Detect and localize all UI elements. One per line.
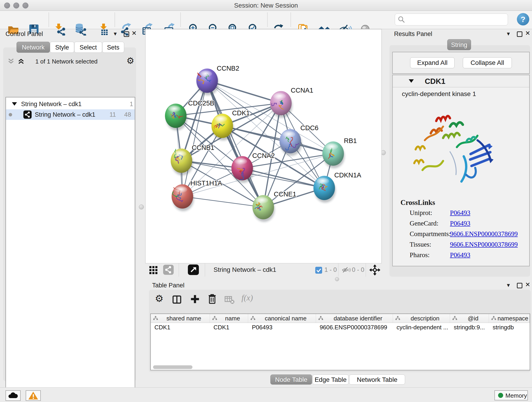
cloud-button[interactable] (6, 390, 21, 401)
collapse-all-icon[interactable] (7, 57, 15, 65)
section-expander-icon[interactable] (409, 79, 414, 83)
footer-separator (366, 263, 366, 277)
column-type-icon (395, 316, 400, 321)
network-node-CCNB2 (196, 69, 218, 93)
birdseye-grid-icon[interactable] (149, 266, 159, 275)
string-network-icon (23, 110, 32, 119)
collection-label: String Network – cdk1 (21, 99, 82, 109)
memory-status-dot (498, 393, 503, 398)
delete-table-icon (225, 296, 234, 304)
column-header[interactable]: description (393, 314, 450, 323)
tab-network-table[interactable]: Network Table (349, 375, 405, 385)
tab-edge-table[interactable]: Edge Table (312, 375, 349, 385)
cloud-icon (6, 391, 20, 400)
network-node-CCNA2 (231, 156, 253, 180)
gene-description: cyclin-dependent kinase 1 (402, 90, 476, 98)
results-scroll-area: CDK1 cyclin-dependent kinase 1 (392, 75, 530, 266)
network-selected-status: 1 of 1 Network selected (27, 58, 105, 65)
search-icon (397, 15, 405, 24)
column-header[interactable]: name (210, 314, 248, 323)
gene-name: CDK1 (425, 77, 445, 86)
memory-button[interactable]: Memory (494, 390, 528, 400)
panel-menu-chevron-icon[interactable]: ▼ (113, 31, 118, 37)
results-panel: Results Panel ▼ ✕ String Expand All Coll… (385, 29, 532, 280)
gene-section-header[interactable]: CDK1 (393, 75, 529, 87)
tab-select[interactable]: Select (74, 42, 102, 53)
column-header[interactable]: canonical name (248, 314, 316, 323)
panel-close-icon[interactable]: ✕ (132, 30, 137, 37)
left-splitter-handle[interactable] (139, 204, 144, 210)
tab-style[interactable]: Style (50, 42, 74, 53)
table-panel: Table Panel ▼ ✕ ⚙ f(x) shared namenameca… (148, 280, 532, 387)
fit-selected-crosshair-icon[interactable] (369, 264, 381, 276)
panel-float-icon[interactable] (517, 283, 522, 288)
crosslink-row: Compartments:9606.ENSP00000378699 (393, 230, 529, 241)
crosslink-link[interactable]: P06493 (450, 251, 470, 259)
toolbar-separator (114, 13, 115, 27)
crosslink-link[interactable]: 9606.ENSP00000378699 (450, 241, 518, 248)
string-style-button[interactable] (163, 265, 174, 275)
network-row-selected[interactable]: String Network – cdk1 11 48 (6, 109, 135, 120)
table-options-gear-icon[interactable]: ⚙ (155, 293, 164, 304)
svg-text:RB1: RB1 (344, 137, 357, 144)
network-node-HIST1H1A (172, 184, 193, 209)
column-header[interactable]: namespace (489, 314, 530, 323)
node-table[interactable]: shared namenamecanonical namedatabase id… (150, 313, 530, 370)
table-cell: stringdb:9... (450, 323, 489, 332)
tree-expander-icon[interactable] (12, 102, 17, 106)
network-label: String Network – cdk1 (35, 109, 95, 120)
tab-sets[interactable]: Sets (102, 42, 124, 53)
network-view-toolbar: String Network – cdk1 1 - 0 0 - 0 (145, 263, 382, 277)
horizontal-scrollbar[interactable] (153, 365, 192, 369)
panel-close-icon[interactable]: ✕ (525, 281, 530, 288)
crosslink-label: Uniprot: (410, 209, 432, 217)
add-column-icon[interactable] (190, 294, 200, 304)
status-bar: Memory (0, 387, 532, 402)
crosslink-link[interactable]: P06493 (450, 220, 470, 227)
network-node-RB1 (322, 141, 344, 166)
network-graph[interactable]: CCNB2CCNA1CDC25BCDK1CDC6RB1CCNB1CCNA2CDK… (146, 29, 381, 263)
footer-separator (205, 263, 205, 277)
svg-text:CDKN1A: CDKN1A (334, 172, 361, 179)
network-collection-row[interactable]: String Network – cdk1 1 (6, 99, 135, 109)
tab-node-table[interactable]: Node Table (270, 375, 312, 385)
panel-float-icon[interactable] (517, 32, 522, 37)
column-header[interactable]: @id (450, 314, 489, 323)
table-cell: stringdb (489, 323, 530, 332)
panel-menu-chevron-icon[interactable]: ▼ (506, 31, 511, 37)
svg-text:CCNB1: CCNB1 (192, 144, 214, 151)
table-cell: 9606.ENSP00000378699 (316, 323, 393, 332)
delete-column-trash-icon[interactable] (208, 293, 217, 304)
open-in-window-button[interactable] (188, 264, 199, 275)
crosslink-link[interactable]: P06493 (450, 209, 470, 217)
svg-text:CDC6: CDC6 (300, 124, 318, 132)
search-input[interactable] (395, 13, 508, 26)
protein-structure-image (409, 99, 497, 195)
selected-checkbox[interactable] (315, 267, 322, 274)
column-header[interactable]: shared name (151, 314, 210, 323)
panel-menu-chevron-icon[interactable]: ▼ (506, 282, 511, 288)
network-tree: String Network – cdk1 1 String Network –… (6, 97, 135, 402)
expand-all-button[interactable]: Expand All (410, 57, 455, 68)
network-canvas[interactable]: CCNB2CCNA1CDC25BCDK1CDC6RB1CCNB1CCNA2CDK… (145, 29, 382, 263)
warnings-button[interactable] (26, 390, 41, 401)
collection-count: 1 (130, 99, 133, 109)
tab-string[interactable]: String (447, 39, 471, 50)
svg-text:CCNA2: CCNA2 (252, 152, 275, 159)
column-header[interactable]: database identifier (316, 314, 393, 323)
network-options-gear-icon[interactable]: ⚙ (127, 56, 134, 66)
column-type-icon (491, 316, 496, 321)
panel-float-icon[interactable] (124, 32, 129, 37)
panel-close-icon[interactable]: ✕ (525, 30, 530, 37)
help-button[interactable]: ? (517, 13, 529, 26)
show-columns-icon[interactable] (172, 295, 181, 304)
tab-network[interactable]: Network (17, 42, 50, 53)
svg-text:CDC25B: CDC25B (188, 99, 214, 107)
collapse-all-button[interactable]: Collapse All (463, 57, 512, 68)
expand-all-icon[interactable] (17, 57, 25, 65)
table-row[interactable]: CDK1CDK1P064939606.ENSP00000378699cyclin… (151, 323, 530, 332)
main-toolbar: ? (0, 11, 532, 29)
selected-count: 1 - 0 (324, 266, 337, 274)
apply-function-button: f(x) (241, 293, 253, 303)
crosslink-link[interactable]: 9606.ENSP00000378699 (450, 230, 518, 238)
